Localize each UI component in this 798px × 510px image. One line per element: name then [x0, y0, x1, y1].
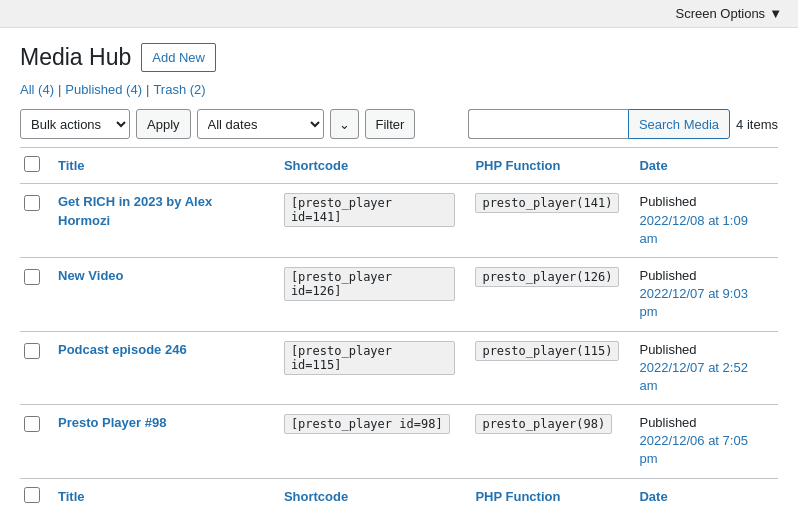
top-tablenav: Bulk actions Delete Apply All dates Dece…	[20, 109, 778, 139]
row-title-cell: Get RICH in 2023 by Alex Hormozi	[48, 184, 274, 258]
screen-options-label: Screen Options	[676, 6, 766, 21]
row-title-link[interactable]: Podcast episode 246	[58, 341, 264, 359]
shortcode-tag[interactable]: [presto_player id=126]	[284, 267, 456, 301]
shortcode-tag[interactable]: [presto_player id=98]	[284, 414, 450, 434]
phpfunction-tag: presto_player(98)	[475, 414, 612, 434]
table-row: Get RICH in 2023 by Alex Hormozi[presto_…	[20, 184, 778, 258]
search-input[interactable]	[468, 109, 628, 139]
content-area: Media Hub Add New All (4) | Published (4…	[0, 28, 798, 510]
extra-dropdown-button[interactable]: ⌄	[330, 109, 359, 139]
shortcode-tag[interactable]: [presto_player id=141]	[284, 193, 456, 227]
row-checkbox[interactable]	[24, 195, 40, 211]
row-title-cell: Podcast episode 246	[48, 331, 274, 405]
row-shortcode-cell: [presto_player id=115]	[274, 331, 466, 405]
row-shortcode-cell: [presto_player id=141]	[274, 184, 466, 258]
top-tablenav-right: Search Media 4 items	[468, 109, 778, 139]
row-checkbox[interactable]	[24, 343, 40, 359]
date-status: Published	[639, 268, 696, 283]
date-value[interactable]: 2022/12/07 at 2:52 am	[639, 360, 747, 393]
row-title-link[interactable]: Get RICH in 2023 by Alex Hormozi	[58, 193, 264, 229]
page-title: Media Hub	[20, 44, 131, 71]
table-header-row: Title Shortcode PHP Function Date	[20, 148, 778, 184]
row-shortcode-cell: [presto_player id=126]	[274, 257, 466, 331]
row-checkbox[interactable]	[24, 269, 40, 285]
filter-links: All (4) | Published (4) | Trash (2)	[20, 82, 778, 97]
row-title-cell: Presto Player #98	[48, 405, 274, 479]
top-apply-button[interactable]: Apply	[136, 109, 191, 139]
row-checkbox-cell	[20, 331, 48, 405]
shortcode-tag[interactable]: [presto_player id=115]	[284, 341, 456, 375]
footer-title[interactable]: Title	[48, 478, 274, 510]
row-title-link[interactable]: Presto Player #98	[58, 414, 264, 432]
search-area: Search Media	[468, 109, 730, 139]
date-status: Published	[639, 415, 696, 430]
sep2: |	[146, 82, 149, 97]
add-new-button[interactable]: Add New	[141, 43, 216, 72]
footer-phpfunction: PHP Function	[465, 478, 629, 510]
media-table: Title Shortcode PHP Function Date Get RI…	[20, 147, 778, 510]
row-title-cell: New Video	[48, 257, 274, 331]
top-tablenav-left: Bulk actions Delete Apply All dates Dece…	[20, 109, 415, 139]
select-all-checkbox-bottom[interactable]	[24, 487, 40, 503]
top-items-count: 4 items	[736, 117, 778, 132]
row-date-cell: Published2022/12/07 at 2:52 am	[629, 331, 778, 405]
all-filter-link[interactable]: All (4)	[20, 82, 54, 97]
row-phpfunction-cell: presto_player(115)	[465, 331, 629, 405]
row-phpfunction-cell: presto_player(98)	[465, 405, 629, 479]
filter-button[interactable]: Filter	[365, 109, 416, 139]
screen-options-button[interactable]: Screen Options ▼	[670, 4, 788, 23]
table-row: Podcast episode 246[presto_player id=115…	[20, 331, 778, 405]
header-shortcode: Shortcode	[274, 148, 466, 184]
row-checkbox[interactable]	[24, 416, 40, 432]
footer-shortcode: Shortcode	[274, 478, 466, 510]
phpfunction-tag: presto_player(115)	[475, 341, 619, 361]
row-phpfunction-cell: presto_player(141)	[465, 184, 629, 258]
row-checkbox-cell	[20, 257, 48, 331]
phpfunction-tag: presto_player(126)	[475, 267, 619, 287]
row-title-link[interactable]: New Video	[58, 267, 264, 285]
footer-checkbox-cell	[20, 478, 48, 510]
table-row: New Video[presto_player id=126]presto_pl…	[20, 257, 778, 331]
row-date-cell: Published2022/12/07 at 9:03 pm	[629, 257, 778, 331]
dates-select[interactable]: All dates December 2022	[197, 109, 324, 139]
table-footer-row: Title Shortcode PHP Function Date	[20, 478, 778, 510]
page-wrap: Screen Options ▼ Media Hub Add New All (…	[0, 0, 798, 510]
row-phpfunction-cell: presto_player(126)	[465, 257, 629, 331]
table-body: Get RICH in 2023 by Alex Hormozi[presto_…	[20, 184, 778, 478]
table-foot: Title Shortcode PHP Function Date	[20, 478, 778, 510]
header-title[interactable]: Title	[48, 148, 274, 184]
phpfunction-tag: presto_player(141)	[475, 193, 619, 213]
header-date[interactable]: Date	[629, 148, 778, 184]
row-date-cell: Published2022/12/06 at 7:05 pm	[629, 405, 778, 479]
search-media-button[interactable]: Search Media	[628, 109, 730, 139]
date-status: Published	[639, 342, 696, 357]
date-status: Published	[639, 194, 696, 209]
page-header: Media Hub Add New	[20, 43, 778, 72]
header-phpfunction: PHP Function	[465, 148, 629, 184]
screen-options-bar: Screen Options ▼	[0, 0, 798, 28]
top-bulk-actions-select[interactable]: Bulk actions Delete	[20, 109, 130, 139]
row-checkbox-cell	[20, 184, 48, 258]
table-row: Presto Player #98[presto_player id=98]pr…	[20, 405, 778, 479]
row-shortcode-cell: [presto_player id=98]	[274, 405, 466, 479]
date-value[interactable]: 2022/12/06 at 7:05 pm	[639, 433, 747, 466]
screen-options-chevron: ▼	[769, 6, 782, 21]
published-filter-link[interactable]: Published (4)	[65, 82, 142, 97]
date-value[interactable]: 2022/12/08 at 1:09 am	[639, 213, 747, 246]
header-checkbox-cell	[20, 148, 48, 184]
row-checkbox-cell	[20, 405, 48, 479]
date-value[interactable]: 2022/12/07 at 9:03 pm	[639, 286, 747, 319]
footer-date[interactable]: Date	[629, 478, 778, 510]
table-head: Title Shortcode PHP Function Date	[20, 148, 778, 184]
trash-filter-link[interactable]: Trash (2)	[153, 82, 205, 97]
sep1: |	[58, 82, 61, 97]
select-all-checkbox-top[interactable]	[24, 156, 40, 172]
row-date-cell: Published2022/12/08 at 1:09 am	[629, 184, 778, 258]
